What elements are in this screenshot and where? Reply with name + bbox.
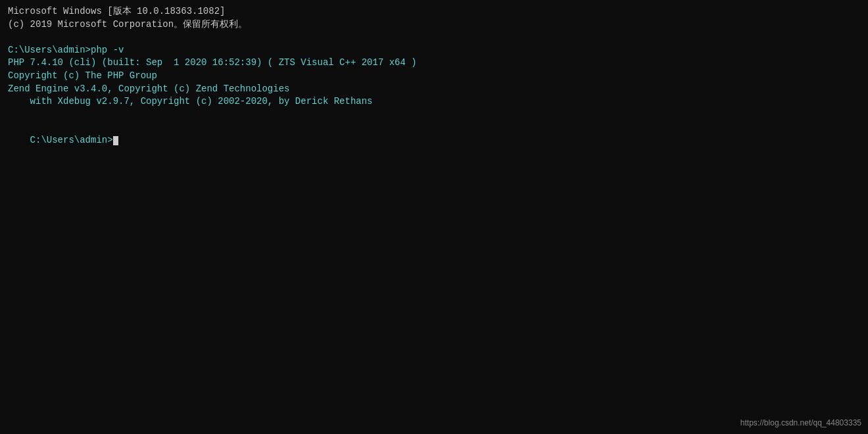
terminal-line-4: C:\Users\admin>php -v xyxy=(8,44,860,57)
terminal-prompt-line: C:\Users\admin> xyxy=(8,121,860,160)
terminal-line-3 xyxy=(8,31,860,44)
terminal-line-2: (c) 2019 Microsoft Corporation。保留所有权利。 xyxy=(8,18,860,32)
terminal-line-7: Zend Engine v3.4.0, Copyright (c) Zend T… xyxy=(8,83,860,96)
terminal-line-9 xyxy=(8,108,860,122)
cursor xyxy=(113,136,118,145)
prompt-text: C:\Users\admin> xyxy=(30,135,113,145)
terminal-line-8: with Xdebug v2.9.7, Copyright (c) 2002-2… xyxy=(8,95,860,108)
watermark: https://blog.csdn.net/qq_44803335 xyxy=(740,418,861,427)
terminal-line-6: Copyright (c) The PHP Group xyxy=(8,70,860,83)
terminal-line-1: Microsoft Windows [版本 10.0.18363.1082] xyxy=(8,5,860,18)
terminal-window[interactable]: Microsoft Windows [版本 10.0.18363.1082] (… xyxy=(0,0,868,434)
terminal-line-5: PHP 7.4.10 (cli) (built: Sep 1 2020 16:5… xyxy=(8,57,860,70)
